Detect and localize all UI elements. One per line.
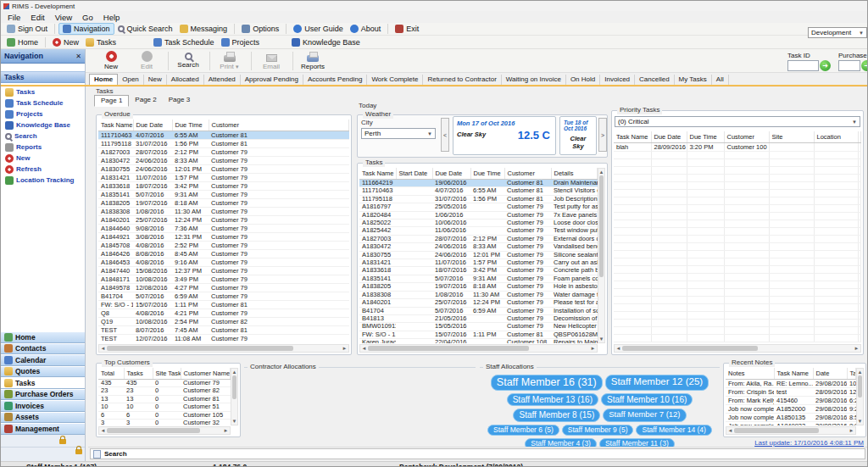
table-row[interactable]: B417045/07/20166:59 AMCustomer 79 <box>98 292 349 300</box>
column-header[interactable]: Customer Name <box>181 368 231 379</box>
table-row[interactable]: A18383081/08/201611:30 AMCustomer 79 <box>98 207 349 215</box>
table-row[interactable]: A183820519/07/20168:18 AMCustomer 79 <box>98 198 349 207</box>
sidebar-link-new[interactable]: New <box>5 153 85 164</box>
staff-badge-staff-member-6-5[interactable]: Staff Member 6 (5) <box>487 425 559 436</box>
table-row[interactable]: A184020125/07/201612:24 PMCustomer 79 <box>98 215 349 224</box>
sidebar-link-tasks[interactable]: Tasks <box>5 86 85 97</box>
page-tab-page-3[interactable]: Page 3 <box>163 95 196 107</box>
table-row[interactable]: A183047224/06/20168:33 AMCustomer 79 <box>98 156 349 164</box>
table-row[interactable]: 13130Customer 81 <box>98 395 231 403</box>
toolbar-button-about[interactable]: About <box>347 24 389 34</box>
sidebar-item-calendar[interactable]: Calendar <box>1 354 85 366</box>
table-row[interactable]: A18449213/08/201612:31 PMCustomer 79 <box>98 232 349 241</box>
table-row[interactable]: A183361818/07/20163:42 PMCustomer 79 <box>98 181 349 190</box>
tab-open[interactable]: Open <box>118 75 144 85</box>
overdue-hscrollbar[interactable]: ◄ ► <box>98 344 349 353</box>
scroll-thumb[interactable] <box>599 175 604 277</box>
table-row[interactable]: A18464268/08/20168:45 AMCustomer 79 <box>98 249 349 258</box>
menu-view[interactable]: View <box>50 12 77 23</box>
tab-all[interactable]: All <box>712 75 729 85</box>
tab-home[interactable]: Home <box>89 74 118 85</box>
close-icon[interactable]: ✕ <box>75 53 81 60</box>
column-header[interactable]: De <box>858 131 861 142</box>
scroll-right-icon[interactable]: ► <box>848 428 855 433</box>
weather-prev-button[interactable]: < <box>441 118 449 152</box>
tab-allocated[interactable]: Allocated <box>167 75 204 85</box>
table-row[interactable]: FW: S/O - 1...15/07/20161:11 PMCustomer … <box>98 300 349 309</box>
staff-badge-staff-member-13-16[interactable]: Staff Member 13 (16) <box>507 393 598 407</box>
sidebar-link-knowledge-base[interactable]: Knowledge Base <box>5 120 85 131</box>
menu-go[interactable]: Go <box>77 12 98 23</box>
scroll-thumb[interactable] <box>107 428 200 433</box>
table-row[interactable]: 660Customer 105 <box>98 411 231 420</box>
scroll-right-icon[interactable]: ► <box>341 346 348 351</box>
table-row[interactable]: BMW010911615/05/2016Customer 79New Helic… <box>359 323 598 331</box>
table-row[interactable]: A184744015/08/201612:37 PMCustomer 79 <box>98 266 349 275</box>
table-row[interactable]: From: Mark Kelly...41546029/08/20166:27.… <box>726 396 856 404</box>
table-row[interactable]: A18383081/08/201611:30 AMCustomer 79Wate… <box>359 291 598 298</box>
recent-notes-hscrollbar[interactable]: ◄ ► <box>726 426 856 435</box>
table-row[interactable]: A183820519/07/20168:18 AMCustomer 79Hole… <box>359 283 598 291</box>
sidebar-link-location-tracking[interactable]: Location Tracking <box>5 175 85 186</box>
nav-button-home[interactable]: Home <box>3 37 46 47</box>
scroll-left-icon[interactable]: ◄ <box>99 428 107 433</box>
search-input[interactable]: Search <box>90 448 865 459</box>
column-header[interactable]: Due Date <box>651 131 687 142</box>
chevron-down-icon[interactable]: ▼ <box>235 64 240 69</box>
table-row[interactable]: 4354350Customer 79 <box>98 379 231 387</box>
scroll-thumb[interactable] <box>232 375 236 399</box>
column-header[interactable]: Due Time <box>470 168 504 180</box>
column-header[interactable]: Due Date <box>133 120 172 131</box>
sidebar-item-assets[interactable]: Assets <box>1 412 85 424</box>
toolbar-button-quick-search[interactable]: Quick Search <box>114 24 176 34</box>
column-header[interactable]: Due Time <box>687 131 724 142</box>
sidebar-item-quotes[interactable]: Quotes <box>1 366 85 378</box>
scroll-thumb[interactable] <box>368 346 529 351</box>
table-row[interactable]: A18204841/06/2016Customer 797x Eave pane… <box>359 211 598 219</box>
table-row[interactable]: 1117104634/07/20166:55 AMCustomer 81 <box>98 131 349 139</box>
column-header[interactable]: Details <box>551 168 598 180</box>
scroll-up-icon[interactable]: ▲ <box>599 169 604 175</box>
table-row[interactable]: Job now completeA185200029/08/20169:26..… <box>726 404 856 413</box>
toolbar-button-options[interactable]: Options <box>238 24 287 34</box>
scroll-left-icon[interactable]: ◄ <box>99 346 107 351</box>
table-row[interactable]: A18351415/07/20169:31 AMCustomer 79Foam … <box>359 275 598 282</box>
new-button[interactable]: New <box>94 50 128 72</box>
sidebar-link-refresh[interactable]: Refresh <box>5 164 85 175</box>
column-header[interactable]: Tasks <box>124 368 153 379</box>
table-row[interactable]: A18351415/07/20169:31 AMCustomer 79 <box>98 190 349 198</box>
table-row[interactable]: B417045/07/20166:59 AMCustomer 79Install… <box>359 307 598 314</box>
column-header[interactable]: Task <box>847 368 856 379</box>
tab-cancelled[interactable]: Cancelled <box>635 75 675 85</box>
purchase-order-go-icon[interactable]: ➜ <box>861 60 868 71</box>
column-header[interactable]: Date <box>813 368 847 379</box>
table-row[interactable]: A183075524/06/201612:01 PMCustomer 79 <box>98 164 349 173</box>
sidebar-item-management[interactable]: Management <box>1 423 85 435</box>
task-id-go-icon[interactable]: ➜ <box>820 60 831 71</box>
table-row[interactable]: B4181321/05/2016Customer 79Decomission o… <box>359 314 598 322</box>
column-header[interactable]: Site <box>769 131 814 142</box>
table-row[interactable]: A18464534/08/20169:16 AMCustomer 79 <box>98 258 349 266</box>
nav-button-task-schedule[interactable]: Task Schedule <box>150 37 218 47</box>
staff-badge-staff-member-14-4[interactable]: Staff Member 14 (4) <box>636 425 711 436</box>
tab-work-complete[interactable]: Work Complete <box>367 75 423 85</box>
staff-badge-staff-member-9-5[interactable]: Staff Member 9 (5) <box>562 425 634 436</box>
today-tasks-vscrollbar[interactable]: ▲ ▼ <box>598 168 605 343</box>
table-row[interactable]: blah28/09/20163:20 PMCustomer 100So <box>614 142 861 151</box>
column-header[interactable]: Location <box>814 131 858 142</box>
scroll-down-icon[interactable]: ▼ <box>232 418 237 425</box>
column-header[interactable]: Due Time <box>172 120 209 131</box>
sidebar-link-projects[interactable]: Projects <box>5 108 85 120</box>
tab-returned-to-contractor[interactable]: Returned to Contractor <box>423 75 501 85</box>
nav-button-new[interactable]: New <box>49 37 82 47</box>
table-row[interactable]: Job now completeA185013529/08/20168:54..… <box>726 413 856 421</box>
scroll-left-icon[interactable]: ◄ <box>726 428 734 433</box>
column-header[interactable]: Due Date <box>432 168 470 180</box>
city-select[interactable]: Perth ▼ <box>361 128 436 139</box>
table-row[interactable]: A184817110/08/20163:49 PMCustomer 79 <box>98 275 349 283</box>
page-tab-page-1[interactable]: Page 1 <box>94 95 129 107</box>
purchase-order-input[interactable] <box>838 60 860 71</box>
sidebar-item-contacts[interactable]: Contacts <box>1 343 85 355</box>
scroll-thumb[interactable] <box>622 346 758 351</box>
table-row[interactable]: A183142111/07/20161:57 PMCustomer 79 <box>98 173 349 181</box>
